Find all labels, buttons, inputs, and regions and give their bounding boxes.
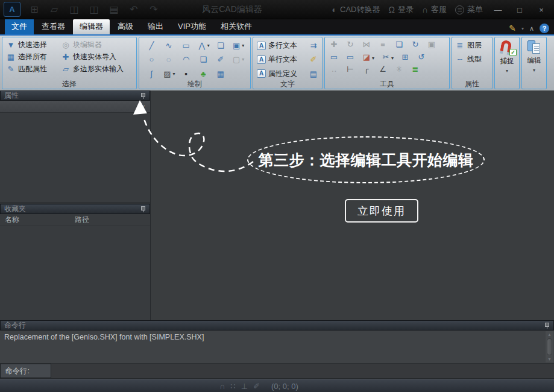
mirror-icon[interactable]: ⋈ [362, 40, 371, 49]
maximize-button[interactable]: □ [513, 5, 526, 14]
draw-wipeout-button[interactable]: ▢▾ [231, 55, 244, 64]
point-style-icon[interactable]: ‥ [329, 65, 339, 74]
favorites-path-column[interactable]: 路径 [72, 215, 150, 225]
help-button[interactable]: ? [540, 24, 549, 33]
quick-entity-import-button[interactable]: ✚ 快速实体导入 [61, 52, 133, 62]
snap-button[interactable]: ✓ 捕捉 ▾ [494, 37, 520, 89]
save-as-icon[interactable]: ◫ [88, 4, 100, 15]
attribute-define-button[interactable]: 属性定义 [266, 69, 309, 79]
single-text-icon[interactable]: A [257, 55, 266, 64]
draw-rectangle-icon[interactable]: ▭ [181, 41, 191, 50]
ortho-toggle-icon[interactable]: ⊥ [241, 382, 248, 391]
command-input[interactable] [51, 364, 554, 378]
move-icon[interactable]: ✚ [329, 40, 339, 49]
snap-toggle-icon[interactable]: ∩ [219, 382, 225, 391]
stretch-icon[interactable]: ⊢ [345, 65, 355, 74]
draw-line-icon[interactable]: ╱ [146, 41, 156, 50]
draw-circle-icon[interactable]: ○ [146, 55, 156, 64]
single-text-button[interactable]: 单行文本 [266, 54, 309, 65]
rotate-icon[interactable]: ↻ [345, 40, 355, 49]
tab-vip[interactable]: VIP功能 [171, 19, 213, 34]
dropdown-caret-icon: ▾ [506, 68, 508, 74]
explode-icon[interactable]: ✳ [394, 65, 404, 74]
tab-editor[interactable]: 编辑器 [73, 19, 110, 34]
tab-viewer[interactable]: 查看器 [35, 19, 72, 34]
tab-advanced[interactable]: 高级 [111, 19, 140, 34]
scroll-down-icon[interactable]: ▾ [548, 356, 550, 362]
print-icon[interactable]: ▤ [108, 4, 120, 15]
quick-edit-caret-icon[interactable]: ▾ [521, 26, 524, 31]
minimize-button[interactable]: — [491, 5, 505, 14]
fillet-icon[interactable]: ╭ [362, 65, 371, 74]
menu-button[interactable]: ≡ 菜单 [455, 4, 483, 15]
select-all-button[interactable]: ▦ 选择所有 [6, 52, 56, 62]
new-file-icon[interactable]: ⊞ [28, 4, 40, 15]
block-editor-button[interactable]: ◎ 块编辑器 [61, 40, 133, 50]
draw-image-icon[interactable]: ♣ [198, 69, 208, 78]
tab-file[interactable]: 文件 [5, 19, 34, 34]
draw-arc-icon[interactable]: ◠ [181, 55, 191, 64]
layers-button[interactable]: ≣ 图层 [455, 40, 489, 51]
erase-button[interactable]: ◪▾ [362, 51, 374, 62]
properties-list-icon[interactable]: ≡ [378, 40, 388, 49]
undo-icon[interactable]: ↶ [128, 4, 140, 15]
grid-toggle-icon[interactable]: ∷ [230, 382, 235, 391]
match-properties-button[interactable]: ✎ 匹配属性 [6, 64, 56, 74]
add-layer-icon[interactable]: ≣ [411, 65, 420, 74]
pin-icon[interactable] [544, 323, 550, 329]
open-file-icon[interactable]: ▱ [48, 4, 60, 15]
mtext-button[interactable]: 多行文本 [266, 40, 309, 51]
rotate-reference-icon[interactable]: ↻ [411, 40, 420, 49]
draw-region-button[interactable]: ▣▾ [231, 41, 244, 50]
tab-output[interactable]: 输出 [141, 19, 170, 34]
paste-block-icon[interactable]: ▭ [329, 52, 339, 62]
dropdown-caret-icon: ▾ [207, 43, 210, 48]
redo-icon[interactable]: ↷ [148, 4, 160, 15]
quick-edit-icon[interactable]: ✎ [509, 24, 516, 33]
draw-table-icon[interactable]: ▦ [216, 69, 225, 78]
array-icon[interactable]: ⊞ [400, 52, 410, 62]
history-scrollbar[interactable]: ▴ ▾ [546, 331, 553, 362]
text-style-icon[interactable]: ✐ [309, 55, 318, 64]
drawing-canvas[interactable]: 第三步：选择编辑工具开始编辑 立即使用 [151, 90, 554, 320]
save-icon[interactable]: ◫ [68, 4, 80, 15]
mtext-icon[interactable]: A [257, 42, 266, 50]
quick-select-button[interactable]: ▼ 快速选择 [6, 40, 56, 50]
draw-donut-icon[interactable]: ◌ [164, 55, 174, 64]
login-button[interactable]: Ω 登录 [388, 4, 413, 15]
insert-wblock-icon[interactable]: ▭ [345, 52, 355, 62]
draw-spline-icon[interactable]: ∫ [146, 69, 156, 78]
draw-insert-block-icon[interactable]: ❏ [216, 41, 225, 50]
polar-toggle-icon[interactable]: ✐ [253, 382, 260, 391]
draw-polyline-button[interactable]: ⋀▾ [197, 41, 210, 50]
use-now-button[interactable]: 立即使用 [345, 199, 418, 223]
offset-icon[interactable]: ▣ [427, 40, 436, 49]
draw-hatch-button[interactable]: ▨▾ [162, 69, 175, 78]
dropdown-caret-icon: ▾ [533, 68, 535, 73]
collapse-ribbon-icon[interactable]: ∧ [529, 25, 534, 33]
text-scale-icon[interactable]: ⇉ [309, 41, 318, 50]
rotate-copy-icon[interactable]: ↺ [417, 52, 426, 62]
draw-point-icon[interactable]: ▪ [181, 69, 191, 78]
edit-attribute-icon[interactable]: ▤ [309, 69, 318, 78]
edit-button[interactable]: 编辑 ▾ [521, 37, 547, 89]
scroll-up-icon[interactable]: ▴ [548, 331, 550, 338]
properties-selector-dropdown[interactable]: ∨ [0, 101, 150, 113]
break-button[interactable]: ✂▾ [381, 51, 394, 62]
pin-icon[interactable] [140, 206, 146, 212]
polygon-entity-input-button[interactable]: ▱ 多边形实体输入 [61, 64, 133, 74]
close-button[interactable]: × [535, 5, 548, 14]
copy-icon[interactable]: ❏ [394, 40, 404, 49]
scrollbar-thumb[interactable] [547, 338, 552, 355]
draw-spline-pen-icon[interactable]: ∿ [164, 41, 174, 50]
pin-icon[interactable] [140, 93, 146, 99]
chamfer-icon[interactable]: ∠ [378, 65, 388, 74]
draw-construction-line-icon[interactable]: ✐ [216, 55, 225, 64]
attribute-define-icon[interactable]: A [257, 69, 266, 78]
tab-related[interactable]: 相关软件 [214, 19, 259, 34]
draw-copy-block-icon[interactable]: ❏ [198, 55, 208, 64]
linetype-button[interactable]: ┄ 线型 [455, 54, 489, 65]
support-button[interactable]: ∩ 客服 [422, 4, 447, 15]
favorites-name-column[interactable]: 名称 [0, 215, 72, 225]
cad-converter-button[interactable]: ◐ CAD转换器 [332, 4, 380, 15]
